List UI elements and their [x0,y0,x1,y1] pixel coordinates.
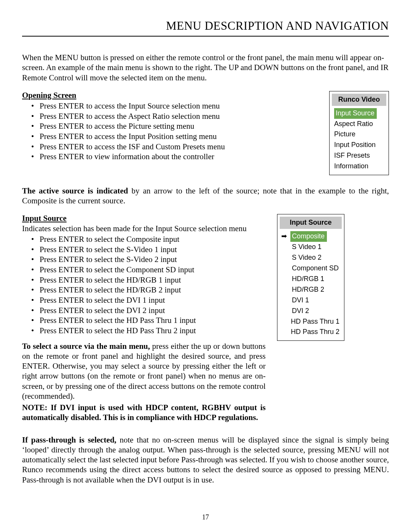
list-item: Press ENTER to access the ISF and Custom… [22,142,318,152]
menu-item: HD Pass Thru 1 [289,316,341,327]
input-source-list: Press ENTER to select the Composite inpu… [22,234,266,336]
menu-item: DVI 2 [290,306,311,316]
menu-item: Picture [333,129,386,140]
arrow-right-icon: ➡ [281,231,287,242]
input-source-subhead: Indicates selection has been made for th… [22,224,247,233]
active-source-lead: The active source is indicated [22,186,128,195]
main-menu-items: Input Source Aspect Ratio Picture Input … [330,107,389,175]
source-menu-box: Input Source ➡ Composite S Video 1 S Vid… [277,214,344,341]
main-menu-box-wrap: Runco Video Input Source Aspect Ratio Pi… [329,90,389,175]
opening-screen-list: Press ENTER to access the Input Source s… [22,101,318,162]
list-item: Press ENTER to select the Component SD i… [22,265,266,275]
menu-item-selected: Input Source [334,108,377,119]
list-item: Press ENTER to select the HD Pass Thru 1… [22,315,266,326]
menu-item: DVI 1 [290,295,311,306]
list-item: Press ENTER to view information about th… [22,152,318,162]
opening-screen-heading: Opening Screen [22,91,76,100]
opening-screen-text: Opening Screen Press ENTER to access the… [22,90,318,162]
list-item: Press ENTER to access the Input Position… [22,131,318,142]
menu-item: Component SD [290,263,340,274]
list-item: Press ENTER to select the HD/RGB 2 input [22,285,266,295]
list-item: Press ENTER to select the DVI 2 input [22,305,266,316]
menu-item: Information [333,161,386,172]
input-source-heading: Input Source [22,214,67,223]
page-title: MENU DESCRIPTION AND NAVIGATION [22,19,389,37]
list-item: Press ENTER to select the S-Video 1 inpu… [22,244,266,255]
menu-item: HD/RGB 1 [290,274,326,284]
menu-item: HD Pass Thru 2 [289,327,341,337]
source-menu-box-wrap: Input Source ➡ Composite S Video 1 S Vid… [277,213,344,341]
passthrough-paragraph: If pass-through is selected, note that n… [22,435,389,485]
list-item: Press ENTER to select the DVI 1 input [22,295,266,305]
source-menu-title: Input Source [280,217,342,229]
document-page: MENU DESCRIPTION AND NAVIGATION When the… [0,0,411,532]
menu-item-selected: Composite [290,231,327,242]
menu-item: Input Position [333,140,386,150]
menu-item: ISF Presets [333,150,386,161]
list-item: Press ENTER to access the Picture settin… [22,121,318,131]
note-paragraph: NOTE: If DVI input is used with HDCP con… [22,403,266,423]
select-source-paragraph: To select a source via the main menu, pr… [22,341,266,401]
opening-screen-row: Opening Screen Press ENTER to access the… [22,90,389,175]
list-item: Press ENTER to access the Aspect Ratio s… [22,111,318,121]
menu-item: Aspect Ratio [333,119,386,129]
menu-item: HD/RGB 2 [290,284,326,295]
input-source-text: Input Source Indicates selection has bee… [22,213,266,422]
select-lead: To select a source via the main menu, [22,342,150,351]
list-item: Press ENTER to select the S-Video 2 inpu… [22,254,266,265]
list-item: Press ENTER to access the Input Source s… [22,101,318,111]
source-menu-items: ➡ Composite S Video 1 S Video 2 Componen… [277,230,344,340]
list-item: Press ENTER to select the HD/RGB 1 input [22,275,266,285]
intro-paragraph: When the MENU button is pressed on eithe… [22,53,389,83]
list-item: Press ENTER to select the HD Pass Thru 2… [22,326,266,336]
page-number: 17 [0,513,411,521]
main-menu-box: Runco Video Input Source Aspect Ratio Pi… [329,91,389,175]
passthrough-lead: If pass-through is selected, [22,435,116,444]
note-text: NOTE: If DVI input is used with HDCP con… [22,403,266,422]
menu-item: S Video 2 [290,252,323,263]
menu-item: S Video 1 [290,242,323,252]
main-menu-title: Runco Video [332,94,386,106]
active-source-paragraph: The active source is indicated by an arr… [22,186,389,206]
list-item: Press ENTER to select the Composite inpu… [22,234,266,244]
input-source-row: Input Source Indicates selection has bee… [22,213,389,422]
